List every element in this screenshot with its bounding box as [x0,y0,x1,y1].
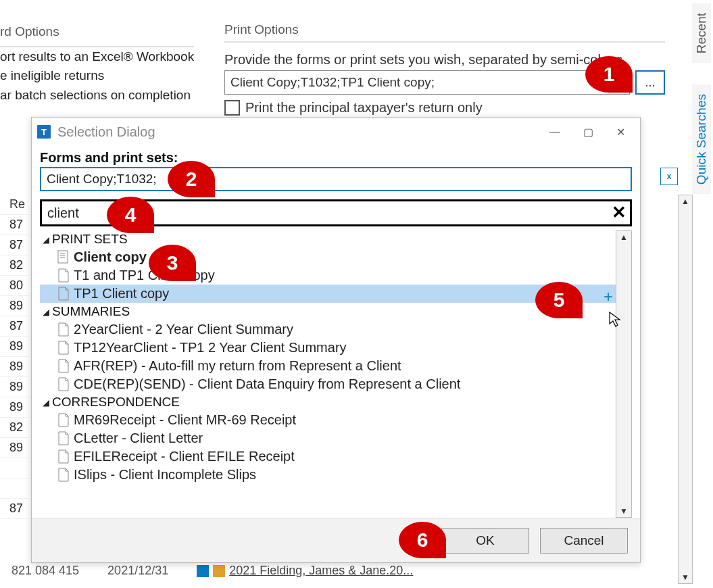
tree-item-label: ISlips - Client Incomplete Slips [74,467,256,483]
file-icon [57,377,70,392]
tree-item-label: AFR(REP) - Auto-fill my return from Repr… [74,358,401,374]
table-row: 89 [0,296,29,316]
tree-item-label: TP1 Client copy [74,286,169,301]
print-section-title: Print Options [224,22,665,37]
table-row: 89 [0,438,29,458]
tree-item[interactable]: AFR(REP) - Auto-fill my return from Repr… [40,357,616,375]
cancel-button[interactable]: Cancel [540,528,628,554]
tree-item-label: EFILEReceipt - Client EFILE Receipt [74,449,295,464]
file-icon [57,359,70,374]
selection-dialog: T Selection Dialog — ▢ ✕ Forms and print… [31,117,641,563]
tree-item-label: TP12YearClient - TP1 2 Year Client Summa… [74,340,347,356]
minimize-icon[interactable]: — [549,126,560,139]
collapse-icon: ◢ [43,397,49,408]
table-row: 87 [0,235,29,255]
forms-print-sets-input[interactable] [40,167,632,191]
section-label: PRINT SETS [52,232,128,247]
tree-item[interactable]: CLetter - Client Letter [40,429,616,447]
tree-item[interactable]: ISlips - Client Incomplete Slips [40,466,616,484]
scroll-up-icon[interactable]: ▲ [681,197,689,206]
doc-icon [213,565,225,577]
table-row: 82 [0,255,29,276]
scroll-up-icon[interactable]: ▲ [620,232,628,242]
doc-icon [197,565,209,577]
file-icon [57,449,70,464]
principal-checkbox[interactable] [224,100,240,116]
section-correspondence[interactable]: ◢ CORRESPONDENCE [40,393,616,411]
excel-icon[interactable]: x [660,168,678,185]
table-row: 89 [0,377,29,397]
quick-searches-tab[interactable]: Quick Searches [692,84,711,194]
tree-item-tp1-client-copy[interactable]: TP1 Client copy + [40,285,616,303]
tree-item[interactable]: 2YearClient - 2 Year Client Summary [40,320,616,339]
tree-item-label: CLetter - Client Letter [74,431,203,446]
section-label: CORRESPONDENCE [52,395,180,410]
table-row: 89 [0,357,29,377]
app-icon: T [37,125,51,139]
cursor-icon [609,312,622,331]
left-option: ort results to an Excel® Workbook [0,47,194,67]
browse-button[interactable]: ... [635,70,665,95]
results-tree: ◢ PRINT SETS Client copy T1 and TP1 Clie… [40,230,616,518]
tree-item-label: T1 and TP1 Client copy [74,268,215,283]
svg-rect-0 [58,251,68,263]
collapse-icon: ◢ [43,235,49,245]
table-row: 87 [0,499,29,519]
add-icon[interactable]: + [604,287,613,306]
print-set-icon [57,250,70,265]
file-icon [57,431,70,446]
file-icon [57,413,70,428]
table-row: 82 [0,418,29,438]
tree-item-label: Client copy [74,249,147,265]
tree-item[interactable]: MR69Receipt - Client MR-69 Receipt [40,411,616,429]
principal-label: Print the principal taxpayer's return on… [245,100,483,116]
peek-code: 821 084 415 [11,564,79,578]
scroll-down-icon[interactable]: ▼ [620,506,628,516]
table-row [0,479,29,499]
file-icon [57,468,70,483]
section-print-sets[interactable]: ◢ PRINT SETS [40,230,616,248]
recent-tab[interactable]: Recent [692,3,711,63]
file-icon [57,322,70,337]
ok-button[interactable]: OK [441,528,529,554]
tree-item[interactable]: TP12YearClient - TP1 2 Year Client Summa… [40,339,616,357]
left-section-title: rd Options [0,22,194,42]
table-row: 89 [0,337,29,357]
file-icon [57,287,70,301]
maximize-icon[interactable]: ▢ [583,126,593,139]
file-link[interactable]: 2021 Fielding, James & Jane.20... [229,564,413,578]
section-label: SUMMARIES [52,304,130,319]
file-icon [57,341,70,356]
tree-item-label: MR69Receipt - Client MR-69 Receipt [74,412,296,428]
search-input[interactable] [40,199,632,226]
tree-item[interactable]: CDE(REP)(SEND) - Client Data Enquiry fro… [40,375,616,393]
scroll-down-icon[interactable]: ▼ [681,572,689,582]
tree-item-label: 2YearClient - 2 Year Client Summary [74,322,293,337]
table-row [0,458,29,479]
tree-item-client-copy[interactable]: Client copy [40,248,616,266]
scrollbar[interactable]: ▲ ▼ [678,195,693,584]
print-sets-input[interactable] [224,70,630,95]
left-option: e ineligible returns [0,66,194,86]
tree-item-label: CDE(REP)(SEND) - Client Data Enquiry fro… [74,376,460,392]
table-row: 87 [0,215,29,235]
table-row: 87 [0,316,29,337]
forms-label: Forms and print sets: [40,150,632,166]
close-icon[interactable]: ✕ [616,126,625,139]
table-row: 89 [0,397,29,418]
table-row: 80 [0,276,29,296]
tree-scrollbar[interactable]: ▲ ▼ [616,230,632,518]
dialog-title: Selection Dialog [57,124,549,140]
left-option: ar batch selections on completion [0,86,194,105]
collapse-icon: ◢ [43,307,49,317]
tree-item[interactable]: T1 and TP1 Client copy [40,266,616,285]
tree-item[interactable]: EFILEReceipt - Client EFILE Receipt [40,447,616,466]
file-icon [57,268,70,283]
peek-date: 2021/12/31 [107,564,168,578]
print-desc: Provide the forms or print sets you wish… [224,52,665,68]
clear-search-icon[interactable]: ✕ [609,202,629,222]
background-column: Re 87 87 82 80 89 87 89 89 89 89 82 89 8… [0,195,29,519]
section-summaries[interactable]: ◢ SUMMARIES [40,303,616,320]
col-header: Re [0,195,29,215]
